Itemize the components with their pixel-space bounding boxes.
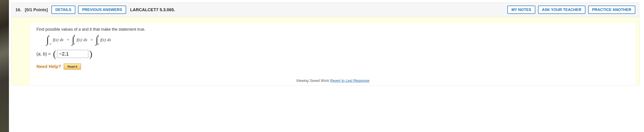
revert-link[interactable]: Revert to Last Response (330, 79, 370, 82)
question-points: [0/1 Points] (25, 8, 48, 12)
footer-text: Viewing Saved Work (296, 79, 330, 82)
paren-close: ) (46, 52, 47, 56)
integrand-1: f(x) (53, 38, 58, 42)
answer-comma: , (40, 52, 43, 56)
help-row: Need Help? Read It (36, 64, 629, 70)
answer-label: (a, b) = (36, 52, 51, 56)
previous-answers-button[interactable]: PREVIOUS ANSWERS (78, 6, 126, 14)
prompt-var-b: b (90, 27, 92, 32)
int1-lower: −2 (48, 42, 51, 46)
math-expression: ∫ 1 −2 f(x) dx + ∫ 8 1 (46, 35, 629, 45)
page-background-decor (0, 0, 9, 90)
question-reference: LARCALCET7 5.3.065. (130, 8, 175, 12)
question-number: 16. [0/1 Points] (16, 8, 48, 12)
int2-lower: 1 (74, 42, 75, 46)
details-button[interactable]: DETAILS (52, 6, 75, 14)
question-number-text: 16. (16, 8, 21, 12)
my-notes-button[interactable]: MY NOTES (507, 6, 535, 14)
prompt-post: that make the statement true. (92, 27, 145, 32)
question-header: 16. [0/1 Points] DETAILS PREVIOUS ANSWER… (12, 2, 639, 17)
prompt-mid: and (81, 27, 90, 32)
question-prompt: Find possible values of a and b that mak… (36, 27, 629, 32)
read-it-button[interactable]: Read It (64, 64, 81, 70)
dx-3: dx (107, 38, 111, 42)
int3-upper: b (98, 34, 99, 37)
paren-open: ( (36, 52, 38, 56)
practice-another-button[interactable]: PRACTICE ANOTHER (588, 6, 635, 14)
int3-lower: a (98, 42, 99, 46)
integral-2: ∫ 8 1 f(x) dx (72, 35, 88, 45)
question-block: 16. [0/1 Points] DETAILS PREVIOUS ANSWER… (11, 2, 640, 86)
integrand-3: f(x) (100, 38, 106, 42)
int2-upper: 8 (74, 34, 75, 37)
plus-op: + (67, 38, 69, 42)
question-content: Find possible values of a and b that mak… (30, 22, 635, 77)
prompt-pre: Find possible values of (36, 27, 78, 32)
int1-upper: 1 (48, 34, 51, 37)
big-paren-close: ) (88, 49, 93, 58)
dx-2: dx (84, 38, 87, 42)
equals-op: = (90, 38, 93, 42)
answer-var-b: b (43, 52, 46, 56)
question-body: Find possible values of a and b that mak… (12, 17, 639, 86)
question-container: 16. [0/1 Points] DETAILS PREVIOUS ANSWER… (11, 0, 644, 90)
need-help-label: Need Help? (36, 64, 61, 69)
answer-equals: = (47, 52, 51, 56)
answer-line: (a, b) = ( ) (36, 49, 629, 58)
big-paren-open: ( (52, 49, 57, 58)
dx-1: dx (60, 38, 64, 42)
footer: Viewing Saved Work Revert to Last Respon… (30, 77, 635, 86)
integrand-2: f(x) (76, 38, 82, 42)
prompt-var-a: a (78, 27, 81, 32)
ask-teacher-button[interactable]: ASK YOUR TEACHER (538, 6, 586, 14)
answer-var-a: a (38, 52, 40, 56)
integral-3: ∫ b a f(x) dx (96, 35, 112, 45)
integral-1: ∫ 1 −2 f(x) dx (46, 35, 64, 45)
answer-input[interactable] (57, 50, 88, 58)
